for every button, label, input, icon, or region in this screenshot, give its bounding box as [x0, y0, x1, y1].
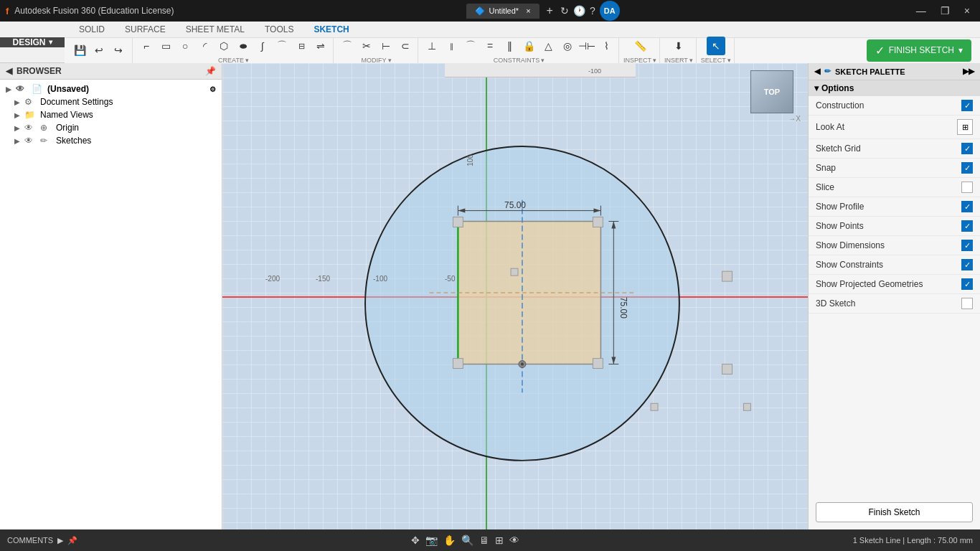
construction-button[interactable]: ✓ — [961, 100, 973, 111]
extend-icon[interactable]: ⊢ — [377, 37, 395, 55]
tangent-icon[interactable]: ⌒ — [461, 37, 480, 55]
spline-icon[interactable]: ∫ — [253, 37, 272, 55]
zoom-icon[interactable]: 🔍 — [461, 534, 473, 546]
pan-icon[interactable]: ✋ — [443, 534, 456, 546]
user-avatar[interactable]: DA — [600, 1, 620, 21]
x-axis-label-neg100: -100 — [373, 275, 387, 283]
tree-item-sketches[interactable]: ▶ 👁 ✏ Sketches — [0, 134, 222, 147]
canvas-area[interactable]: -100 -50 0 50 75.00 — [222, 63, 808, 529]
showconstraints-checkbox[interactable]: ✓ — [961, 259, 973, 270]
sketchgrid-label: Sketch Grid — [816, 143, 961, 154]
tab-tools[interactable]: TOOLS — [255, 22, 303, 39]
comments-pin-icon[interactable]: 📌 — [67, 536, 77, 545]
document-tab[interactable]: 🔷 Untitled* × — [466, 4, 540, 19]
minimize-button[interactable]: — — [912, 4, 930, 18]
maximize-button[interactable]: ❐ — [936, 4, 954, 18]
display-mode-icon[interactable]: 🖥 — [479, 534, 489, 546]
orbit-move-icon[interactable]: ✥ — [411, 534, 420, 546]
tab-sketch[interactable]: SKETCH — [303, 22, 359, 39]
concentric-icon[interactable]: ◎ — [558, 37, 577, 55]
palette-expand-icon[interactable]: ▶▶ — [963, 67, 974, 76]
browser-pin-icon[interactable]: 📌 — [205, 66, 216, 76]
showprofile-checkbox[interactable]: ✓ — [961, 201, 973, 212]
select-group: ↖ SELECT ▾ — [698, 38, 735, 63]
visibility-icon[interactable]: 👁 — [509, 534, 519, 546]
lookat-button[interactable]: ⊞ — [957, 119, 973, 135]
add-tab-button[interactable]: + — [544, 4, 556, 17]
symmetric-icon[interactable]: ⊣⊢ — [578, 37, 596, 55]
palette-header: ◀ ✏ SKETCH PALETTE ▶▶ — [809, 63, 980, 80]
tab-solid[interactable]: SOLID — [69, 22, 115, 39]
tree-item-docsettings[interactable]: ▶ ⚙ Document Settings — [0, 95, 222, 108]
collinear-icon[interactable]: ∥ — [442, 37, 461, 55]
snap-checkbox[interactable]: ✓ — [961, 162, 973, 174]
browser-collapse-icon[interactable]: ◀ — [6, 66, 12, 76]
select-icon[interactable]: ↖ — [707, 37, 725, 55]
tree-label-origin: Origin — [56, 123, 216, 133]
trim-icon[interactable]: ✂ — [357, 37, 376, 55]
refresh-icon[interactable]: ↻ — [560, 5, 569, 17]
finish-sketch-chevron-icon: ▾ — [958, 45, 963, 55]
smooth-icon[interactable]: ⌇ — [597, 37, 616, 55]
circle-icon[interactable]: ○ — [176, 37, 194, 55]
palette-collapse-icon[interactable]: ◀ — [814, 67, 820, 76]
fillet-icon[interactable]: ⌒ — [338, 37, 357, 55]
tree-settings-icon[interactable]: ⚙ — [209, 85, 216, 93]
view-cube-x-icon: →X — [788, 115, 801, 123]
polygon-icon[interactable]: ⬡ — [215, 37, 233, 55]
midpoint-br — [743, 403, 750, 410]
tab-surface[interactable]: SURFACE — [115, 22, 176, 39]
coincident-icon[interactable]: ⊥ — [423, 37, 441, 55]
mirror-icon[interactable]: ⇌ — [311, 37, 330, 55]
finish-sketch-toolbar-button[interactable]: ✓ FINISH SKETCH ▾ — [867, 39, 971, 62]
sketchgrid-checkbox[interactable]: ✓ — [961, 143, 973, 154]
undo-icon[interactable]: ↩ — [90, 41, 108, 60]
close-button[interactable]: × — [960, 4, 974, 18]
conic-curve-icon[interactable]: ⌒ — [273, 37, 291, 55]
tree-item-namedviews[interactable]: ▶ 📁 Named Views — [0, 108, 222, 121]
palette-row-showdimensions: Show Dimensions ✓ — [809, 236, 980, 255]
status-text: 1 Sketch Line | Length : 75.00 mm — [853, 536, 973, 545]
palette-options-header[interactable]: ▾ Options — [809, 80, 980, 96]
eye-icon-sketches[interactable]: 👁 — [24, 136, 37, 146]
view-cube[interactable]: TOP →X — [750, 70, 801, 121]
comments-expand-icon[interactable]: ▶ — [57, 536, 63, 545]
arc-icon[interactable]: ◜ — [195, 37, 214, 55]
view-cube-face[interactable]: TOP — [750, 70, 793, 113]
ellipse-icon[interactable]: ⬬ — [234, 37, 253, 55]
parallel-icon[interactable]: ‖ — [500, 37, 519, 55]
save-icon[interactable]: 💾 — [70, 41, 89, 60]
triangle-icon[interactable]: △ — [539, 37, 557, 55]
design-menu-button[interactable]: DESIGN ▾ — [0, 37, 65, 47]
equal-icon[interactable]: = — [481, 37, 499, 55]
tab-sheetmetal[interactable]: SHEET METAL — [176, 22, 255, 39]
insert-icon[interactable]: ⬇ — [669, 37, 688, 55]
grid-toggle-icon[interactable]: ⊞ — [495, 534, 504, 546]
showprojected-checkbox[interactable]: ✓ — [961, 278, 973, 290]
constraint-tl — [453, 217, 463, 227]
eye-icon-origin[interactable]: 👁 — [24, 123, 37, 133]
snap-label: Snap — [816, 163, 961, 173]
palette-row-3dsketch: 3D Sketch — [809, 294, 980, 314]
showdimensions-checkbox[interactable]: ✓ — [961, 240, 973, 251]
rectangle-icon[interactable]: ▭ — [156, 37, 175, 55]
tab-close-icon[interactable]: × — [526, 6, 530, 15]
tree-item-origin[interactable]: ▶ 👁 ⊕ Origin — [0, 121, 222, 134]
tree-item-unsaved[interactable]: ▶ 👁 📄 (Unsaved) ⚙ — [0, 83, 222, 95]
eye-icon[interactable]: 👁 — [16, 84, 29, 94]
finish-sketch-palette-button[interactable]: Finish Sketch — [816, 502, 973, 522]
palette-title: SKETCH PALETTE — [835, 67, 905, 76]
lock-icon[interactable]: 🔒 — [519, 37, 538, 55]
line-icon[interactable]: ⌐ — [137, 37, 156, 55]
constraint-rm — [722, 271, 732, 281]
slice-checkbox[interactable] — [961, 182, 973, 193]
clock-icon[interactable]: 🕐 — [573, 5, 585, 17]
showpoints-checkbox[interactable]: ✓ — [961, 220, 973, 232]
measure-icon[interactable]: 📏 — [631, 37, 649, 55]
break-icon[interactable]: ⊂ — [396, 37, 415, 55]
offset-icon[interactable]: ⊟ — [292, 37, 311, 55]
camera-icon[interactable]: 📷 — [425, 534, 438, 546]
help-icon[interactable]: ? — [590, 5, 595, 17]
3dsketch-checkbox[interactable] — [961, 298, 973, 309]
redo-icon[interactable]: ↪ — [109, 41, 128, 60]
